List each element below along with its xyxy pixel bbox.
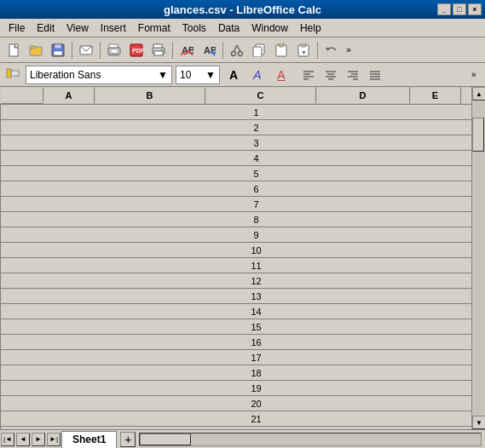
- add-sheet-button[interactable]: +: [120, 432, 136, 447]
- title-bar-controls: _ □ ×: [437, 3, 482, 15]
- sheet-nav-next[interactable]: ►: [32, 433, 45, 446]
- table-row: 16cpu3.951367781211.55015197570: [1, 335, 472, 350]
- align-right-button[interactable]: [343, 66, 363, 84]
- spellcheck-button[interactable]: ABC: [176, 40, 197, 60]
- formula-toolbar-overflow[interactable]: »: [471, 70, 482, 79]
- row-number: 15: [1, 319, 472, 335]
- print-button[interactable]: [148, 40, 169, 60]
- table-row: 4cpu5.654761904811.90476190480: [1, 151, 472, 166]
- row-number: 22: [1, 427, 472, 430]
- cut-button[interactable]: [227, 40, 247, 60]
- table-row: 7swap197970329681921979695104: [1, 197, 472, 212]
- font-size-selector[interactable]: 10 ▼: [176, 66, 220, 84]
- scroll-thumb[interactable]: [472, 118, 484, 152]
- scroll-track[interactable]: [472, 101, 485, 416]
- table-row: 5load0.490.250.14: [1, 166, 472, 181]
- bottom-bar: |◄ ◄ ► ►| Sheet1 +: [0, 429, 485, 448]
- sheet-nav-last[interactable]: ►|: [47, 433, 61, 446]
- font-name-dropdown-arrow[interactable]: ▼: [158, 69, 168, 81]
- menu-bar: File Edit View Insert Format Tools Data …: [0, 19, 485, 37]
- menu-edit[interactable]: Edit: [32, 20, 60, 36]
- autocorrect-button[interactable]: ABC: [199, 40, 219, 60]
- corner-cell: [1, 87, 43, 102]
- minimize-button[interactable]: _: [437, 3, 451, 15]
- font-size-dropdown-arrow[interactable]: ▼: [205, 69, 216, 81]
- svg-rect-31: [7, 69, 11, 78]
- col-header-C[interactable]: C: [205, 87, 316, 104]
- paste-special-button[interactable]: ▼: [293, 40, 314, 60]
- svg-point-15: [161, 49, 163, 51]
- menu-view[interactable]: View: [61, 20, 94, 36]
- email-button[interactable]: [76, 40, 96, 60]
- toolbar-1: PDF ABC ABC ▼ »: [0, 37, 485, 63]
- pdf-button[interactable]: PDF: [126, 40, 147, 60]
- svg-text:PDF: PDF: [132, 48, 143, 54]
- row-number: 3: [1, 135, 472, 151]
- bold-button[interactable]: A: [223, 66, 244, 84]
- col-header-A[interactable]: A: [43, 87, 95, 104]
- save-button[interactable]: [48, 40, 68, 60]
- table-row: 11swap197970329681921979695104: [1, 258, 472, 273]
- separator-3: [172, 42, 173, 59]
- vertical-scrollbar[interactable]: ▲ ▼: [471, 87, 485, 429]
- table-row: 22mem986472448458121216528351232: [1, 427, 472, 430]
- svg-line-20: [234, 45, 237, 52]
- paste-button[interactable]: [271, 40, 292, 60]
- menu-file[interactable]: File: [3, 20, 30, 36]
- col-header-F[interactable]: F: [461, 87, 472, 104]
- toolbar-overflow-1[interactable]: »: [344, 40, 354, 60]
- sheet-tab-label: Sheet1: [72, 434, 106, 445]
- separator-4: [222, 42, 223, 59]
- row-number: 6: [1, 181, 472, 197]
- row-number: 7: [1, 197, 472, 212]
- sheet-nav-prev[interactable]: ◄: [16, 433, 30, 446]
- maximize-button[interactable]: □: [453, 3, 466, 15]
- title-bar: glances.csv - LibreOffice Calc _ □ ×: [0, 0, 485, 19]
- copy-button[interactable]: [249, 40, 269, 60]
- row-number: 10: [1, 243, 472, 258]
- close-button[interactable]: ×: [468, 3, 482, 15]
- sheet-nav-first[interactable]: |◄: [1, 433, 14, 446]
- svg-rect-26: [279, 43, 284, 47]
- new-button[interactable]: [3, 40, 24, 60]
- horizontal-scrollbar[interactable]: [139, 433, 482, 446]
- font-name-selector[interactable]: Liberation Sans ▼: [26, 66, 172, 84]
- row-number: 20: [1, 396, 472, 411]
- h-scroll-thumb[interactable]: [140, 434, 191, 445]
- separator-1: [72, 42, 72, 59]
- data-grid[interactable]: A B C D E F 1load0.490.250.142mem9864724…: [0, 87, 471, 429]
- menu-window[interactable]: Window: [246, 20, 293, 36]
- table-row: 2mem986472448455860224530612224: [1, 120, 472, 135]
- menu-format[interactable]: Format: [133, 20, 176, 36]
- justify-button[interactable]: [365, 66, 385, 84]
- svg-rect-33: [11, 71, 19, 76]
- italic-button[interactable]: A: [247, 66, 268, 84]
- row-number: 19: [1, 381, 472, 396]
- menu-data[interactable]: Data: [213, 20, 245, 36]
- format-paint-button[interactable]: [3, 66, 22, 84]
- open-button[interactable]: [26, 40, 46, 60]
- underline-button[interactable]: A: [271, 66, 292, 84]
- col-header-E[interactable]: E: [410, 87, 461, 104]
- scroll-down-button[interactable]: ▼: [472, 416, 485, 429]
- menu-help[interactable]: Help: [295, 20, 326, 36]
- svg-rect-5: [54, 51, 62, 55]
- table-row: 6mem986472448455094272531378176: [1, 181, 472, 197]
- sheet-tab-1[interactable]: Sheet1: [61, 431, 117, 448]
- print-preview-button[interactable]: [104, 40, 124, 60]
- align-left-button[interactable]: [298, 66, 319, 84]
- col-header-B[interactable]: B: [95, 87, 205, 104]
- scroll-up-button[interactable]: ▲: [472, 87, 485, 101]
- menu-tools[interactable]: Tools: [177, 20, 211, 36]
- menu-insert[interactable]: Insert: [95, 20, 131, 36]
- row-number: 21: [1, 411, 472, 427]
- undo-button[interactable]: [321, 40, 342, 60]
- align-center-button[interactable]: [320, 66, 341, 84]
- grid-wrapper: A B C D E F 1load0.490.250.142mem9864724…: [0, 87, 485, 429]
- table-row: 13load0.660.30.16: [1, 289, 472, 304]
- svg-rect-0: [9, 44, 18, 56]
- svg-rect-23: [253, 47, 262, 57]
- formula-bar: Liberation Sans ▼ 10 ▼ A A A »: [0, 63, 485, 87]
- separator-2: [100, 42, 101, 59]
- col-header-D[interactable]: D: [316, 87, 410, 104]
